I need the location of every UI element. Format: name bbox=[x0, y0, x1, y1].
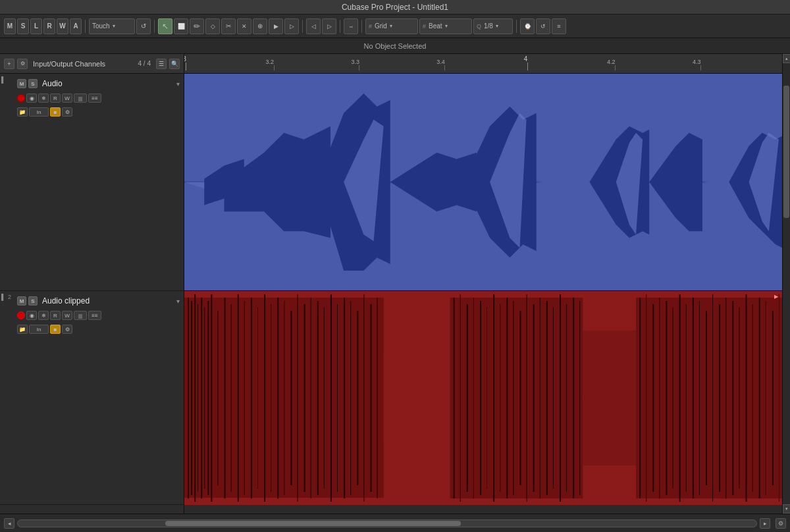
svg-rect-62 bbox=[500, 304, 500, 492]
track-2-fader-button[interactable]: ||| bbox=[74, 311, 87, 320]
track-2-write-button[interactable]: W bbox=[62, 311, 72, 320]
track-1-edit-button[interactable]: ⚙ bbox=[62, 107, 72, 117]
v-scrollbar-track[interactable] bbox=[783, 63, 790, 504]
ruler-mark-3.3: 3.3 bbox=[356, 59, 364, 70]
h-scrollbar-thumb[interactable] bbox=[165, 521, 461, 526]
erase-tool-button[interactable]: ◇ bbox=[205, 18, 220, 34]
track-2-record-button[interactable] bbox=[17, 311, 25, 319]
track-2-color-button[interactable]: ■ bbox=[50, 325, 61, 334]
track-settings-button[interactable]: ⚙ bbox=[17, 59, 28, 69]
track-1-expand[interactable]: ▾ bbox=[176, 80, 180, 88]
s-button[interactable]: S bbox=[17, 18, 29, 34]
quantize-dropdown[interactable]: Q 1/8 ▾ bbox=[473, 18, 513, 34]
svg-rect-31 bbox=[238, 294, 239, 502]
svg-rect-27 bbox=[211, 294, 212, 502]
track-1-clip-row[interactable] bbox=[184, 74, 782, 291]
track-1-folder-button[interactable]: 📁 bbox=[17, 107, 28, 117]
track-1-color-button[interactable]: ■ bbox=[50, 107, 61, 117]
track-2-freeze-button[interactable]: ❄ bbox=[38, 311, 49, 320]
automation-mode-dropdown[interactable]: Touch ▾ bbox=[89, 18, 135, 34]
list-view-button[interactable]: ☰ bbox=[156, 59, 167, 69]
svg-rect-93 bbox=[746, 294, 747, 502]
toolbar: M S L R W A Touch ▾ ↺ ↖ ⬜ ✏ ◇ ✂ ✕ ⊕ ▶ ▷ … bbox=[0, 14, 790, 38]
svg-rect-32 bbox=[244, 301, 245, 495]
nudge-left-button[interactable]: ◁ bbox=[306, 18, 321, 34]
horizontal-scrollbar[interactable] bbox=[17, 519, 757, 527]
svg-rect-25 bbox=[204, 307, 205, 489]
svg-rect-57 bbox=[467, 304, 468, 492]
track-1-name-row: M S Audio ▾ bbox=[4, 79, 180, 88]
track-1-read-button[interactable]: R bbox=[50, 93, 61, 103]
track-headers-panel: + ⚙ Input/Output Channels 4 / 4 ☰ 🔍 ▌ M … bbox=[0, 54, 184, 514]
range-tool-button[interactable]: ⬜ bbox=[174, 18, 188, 34]
track-2-audio-clip[interactable]: ▶ bbox=[184, 291, 782, 505]
scroll-up-button[interactable]: ▴ bbox=[783, 54, 790, 63]
menu-button[interactable]: ≡ bbox=[552, 18, 566, 34]
track-2-folder-button[interactable]: 📁 bbox=[17, 325, 28, 334]
m-button[interactable]: M bbox=[4, 18, 16, 34]
split-tool-button[interactable]: ✂ bbox=[221, 18, 236, 34]
scroll-left-button[interactable]: ◂ bbox=[4, 518, 14, 529]
track-1-audio-clip[interactable] bbox=[184, 74, 782, 290]
time-display-button[interactable]: ⌚ bbox=[520, 18, 535, 34]
play-tool-button[interactable]: ▷ bbox=[284, 18, 299, 34]
svg-rect-97 bbox=[772, 311, 774, 485]
track-1-write-button[interactable]: W bbox=[62, 93, 72, 103]
track-2-waveform bbox=[184, 291, 782, 505]
svg-rect-89 bbox=[719, 304, 720, 492]
scroll-down-button[interactable]: ▾ bbox=[783, 504, 790, 514]
grid-type-dropdown[interactable]: # Grid ▾ bbox=[365, 18, 418, 34]
svg-marker-19 bbox=[184, 298, 384, 498]
svg-rect-79 bbox=[652, 304, 654, 492]
sync-button[interactable]: ↺ bbox=[536, 18, 550, 34]
search-button[interactable]: 🔍 bbox=[169, 59, 180, 69]
track-1-s-button[interactable]: S bbox=[28, 79, 38, 88]
svg-rect-58 bbox=[473, 298, 474, 498]
svg-rect-20 bbox=[188, 298, 189, 498]
w-button[interactable]: W bbox=[57, 18, 68, 34]
draw-tool-button[interactable]: ✏ bbox=[190, 18, 204, 34]
nudge-right-button[interactable]: ▷ bbox=[322, 18, 336, 34]
track-1-fader-button[interactable]: ||| bbox=[74, 93, 87, 103]
mute-tool-button[interactable]: ▶ bbox=[269, 18, 283, 34]
select-tool-button[interactable]: ↖ bbox=[158, 18, 172, 34]
track-2-m-button[interactable]: M bbox=[17, 296, 26, 306]
track-1-record-button[interactable] bbox=[17, 94, 25, 102]
track-2-input-button[interactable]: In bbox=[29, 325, 49, 334]
svg-rect-53 bbox=[384, 357, 450, 439]
snap-button[interactable]: ⟖ bbox=[344, 18, 358, 34]
ruler-label: 4 bbox=[524, 55, 528, 63]
zoom-tool-button[interactable]: ⊕ bbox=[253, 18, 267, 34]
track-1-input-button[interactable]: In bbox=[29, 107, 49, 117]
track-2-eq-button[interactable]: ≡≡ bbox=[88, 311, 101, 320]
track-2-header: ▌ 2 M S Audio clipped ▾ ◉ ❄ R W ||| ≡≡ 📁… bbox=[0, 291, 184, 505]
a-button[interactable]: A bbox=[70, 18, 82, 34]
v-scrollbar-thumb[interactable] bbox=[783, 86, 789, 218]
undo-button[interactable]: ↺ bbox=[136, 18, 151, 34]
track-1-eq-button[interactable]: ≡≡ bbox=[88, 93, 101, 103]
r-button[interactable]: R bbox=[43, 18, 55, 34]
svg-rect-65 bbox=[519, 311, 521, 485]
settings-button[interactable]: ⚙ bbox=[776, 518, 786, 529]
grid-type-arrow: ▾ bbox=[390, 23, 392, 29]
ruler[interactable]: 33.23.33.444.24.3 bbox=[184, 54, 782, 74]
track-2-read-button[interactable]: R bbox=[50, 311, 61, 320]
beat-dropdown[interactable]: # Beat ▾ bbox=[419, 18, 472, 34]
glue-tool-button[interactable]: ✕ bbox=[237, 18, 251, 34]
svg-rect-49 bbox=[357, 311, 358, 485]
window-title: Cubase Pro Project - Untitled1 bbox=[342, 3, 448, 12]
timeline-area: 33.23.33.444.24.3 bbox=[184, 54, 782, 514]
track-1-freeze-button[interactable]: ❄ bbox=[38, 93, 49, 103]
track-2-clip-row[interactable]: ▶ bbox=[184, 291, 782, 505]
track-1-monitor-button[interactable]: ◉ bbox=[26, 93, 37, 103]
track-2-edit-button[interactable]: ⚙ bbox=[62, 325, 72, 334]
l-button[interactable]: L bbox=[30, 18, 42, 34]
add-track-button[interactable]: + bbox=[4, 59, 14, 69]
scroll-right-button[interactable]: ▸ bbox=[760, 518, 770, 529]
ruler-mark-3: 3 bbox=[184, 55, 188, 70]
track-2-monitor-button[interactable]: ◉ bbox=[26, 311, 37, 320]
track-2-s-button[interactable]: S bbox=[28, 296, 38, 306]
track-2-expand[interactable]: ▾ bbox=[176, 298, 180, 305]
track-1-m-button[interactable]: M bbox=[17, 79, 26, 88]
vertical-scrollbar[interactable]: ▴ ▾ bbox=[782, 54, 790, 514]
